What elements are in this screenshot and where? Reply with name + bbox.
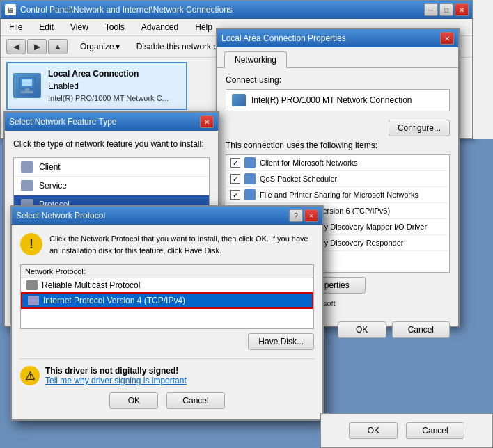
cb-0[interactable] (230, 158, 240, 168)
connect-using-box: Intel(R) PRO/1000 MT Network Connection (226, 89, 450, 111)
network-icon (13, 73, 41, 98)
protocol-label-0: Reliable Multicast Protocol (42, 280, 140, 290)
menu-edit[interactable]: Edit (36, 21, 56, 33)
protocol-list-container: Network Protocol: Reliable Multicast Pro… (20, 264, 314, 329)
network-info: Local Area Connection Enabled Intel(R) P… (48, 67, 169, 104)
warning-bold-text: This driver is not digitally signed! (45, 366, 178, 376)
up-btn[interactable]: ▲ (48, 39, 68, 54)
item-text-0: Client for Microsoft Networks (260, 159, 358, 167)
protocol-item-1[interactable]: Internet Protocol Version 4 (TCP/IPv4) (21, 292, 313, 309)
feature-icon-client (21, 161, 33, 173)
bottom-partial-window: OK Cancel (320, 413, 493, 448)
menu-tools[interactable]: Tools (102, 21, 127, 33)
snp-close-btn[interactable]: × (304, 209, 318, 222)
warning-triangle-icon: ⚠ (20, 366, 40, 385)
cp-title-bar: 🖥 Control Panel\Network and Internet\Net… (1, 1, 473, 19)
items-label: This connection uses the following items… (226, 141, 450, 150)
tab-networking[interactable]: Networking (224, 51, 287, 68)
snft-title-bar: Select Network Feature Type ✕ (5, 113, 218, 131)
snp-help-btn[interactable]: ? (289, 209, 303, 222)
snp-title-text: Select Network Protocol (16, 211, 105, 221)
protocol-item-0[interactable]: Reliable Multicast Protocol (21, 278, 313, 292)
snft-title-text: Select Network Feature Type (9, 117, 117, 127)
lacp-ok-btn[interactable]: OK (338, 321, 386, 338)
protocol-list[interactable]: Reliable Multicast Protocol Internet Pro… (21, 278, 313, 328)
list-item: File and Printer Sharing for Microsoft N… (226, 187, 449, 203)
item-icon-1 (244, 173, 256, 184)
network-adapter: Intel(R) PRO/1000 MT Network C... (48, 93, 169, 104)
svg-rect-2 (25, 88, 29, 91)
menu-view[interactable]: View (68, 21, 91, 33)
snp-buttons: OK Cancel (20, 392, 314, 409)
svg-rect-1 (22, 79, 32, 86)
back-btn[interactable]: ◀ (6, 39, 26, 54)
feature-icon-service (21, 180, 33, 191)
protocol-icon-1 (28, 296, 39, 305)
cp-window-controls: ─ □ ✕ (424, 3, 469, 16)
snft-instruction: Click the type of network feature you wa… (13, 139, 210, 149)
bottom-ok-btn[interactable]: OK (349, 422, 398, 439)
network-status: Enabled (48, 80, 169, 93)
lacp-cancel-btn[interactable]: Cancel (392, 321, 450, 338)
menu-file[interactable]: File (6, 21, 25, 33)
adapter-icon (232, 94, 246, 106)
list-item: Client for Microsoft Networks (226, 155, 449, 171)
forward-btn[interactable]: ▶ (27, 39, 47, 54)
svg-rect-3 (21, 91, 33, 93)
right-partial-window (472, 0, 493, 139)
cp-close-btn[interactable]: ✕ (455, 3, 469, 16)
cp-title-text: Control Panel\Network and Internet\Netwo… (20, 5, 233, 15)
snp-ok-btn[interactable]: OK (109, 392, 158, 409)
network-connection-item[interactable]: Local Area Connection Enabled Intel(R) P… (6, 62, 187, 110)
connect-using-label: Connect using: (226, 75, 450, 85)
snp-title-bar: Select Network Protocol ? × (12, 207, 322, 225)
snp-warning-icon: ! (20, 233, 42, 255)
list-item: QoS Packet Scheduler (226, 171, 449, 187)
menu-advanced[interactable]: Advanced (139, 21, 181, 33)
feature-client[interactable]: Client (14, 158, 209, 177)
item-icon-0 (244, 157, 256, 168)
network-name: Local Area Connection (48, 67, 169, 80)
cb-2[interactable] (230, 190, 240, 200)
have-disk-btn[interactable]: Have Disk... (248, 333, 314, 350)
configure-btn[interactable]: Configure... (389, 120, 450, 136)
warning-section: ⚠ This driver is not digitally signed! T… (20, 358, 314, 385)
menu-help[interactable]: Help (192, 21, 215, 33)
snp-body: ! Click the Network Protocol that you wa… (12, 225, 322, 417)
lacp-tab-bar: Networking (217, 47, 458, 68)
snft-close-btn[interactable]: ✕ (200, 115, 214, 128)
nav-arrows: ◀ ▶ ▲ (6, 39, 68, 54)
protocol-list-label: Network Protocol: (21, 265, 313, 278)
organize-label: Organize (80, 42, 114, 51)
lacp-close-btn[interactable]: ✕ (440, 32, 454, 45)
cb-1[interactable] (230, 174, 240, 184)
organize-btn[interactable]: Organize ▾ (76, 40, 124, 53)
item-icon-2 (244, 189, 256, 200)
item-text-1: QoS Packet Scheduler (260, 175, 337, 183)
lacp-title-text: Local Area Connection Properties (221, 33, 346, 43)
snp-instruction: Click the Network Protocol that you want… (49, 233, 314, 256)
protocol-icon-0 (26, 280, 38, 290)
feature-label-client: Client (39, 162, 61, 172)
organize-chevron: ▾ (116, 42, 120, 51)
adapter-name: Intel(R) PRO/1000 MT Network Connection (251, 95, 412, 105)
protocol-label-1: Internet Protocol Version 4 (TCP/IPv4) (43, 296, 185, 305)
snp-cancel-btn[interactable]: Cancel (166, 392, 224, 409)
cp-minimize-btn[interactable]: ─ (424, 3, 438, 16)
cp-title-icon: 🖥 (5, 4, 16, 15)
warning-link[interactable]: Tell me why driver signing is important (45, 376, 187, 385)
lacp-title-bar: Local Area Connection Properties ✕ (217, 29, 458, 47)
snp-dialog: Select Network Protocol ? × ! Click the … (10, 205, 324, 421)
bottom-cancel-btn[interactable]: Cancel (406, 422, 464, 439)
item-text-2: File and Printer Sharing for Microsoft N… (260, 191, 418, 199)
feature-label-service: Service (39, 181, 67, 191)
cp-maximize-btn[interactable]: □ (439, 3, 453, 16)
feature-service[interactable]: Service (14, 177, 209, 195)
